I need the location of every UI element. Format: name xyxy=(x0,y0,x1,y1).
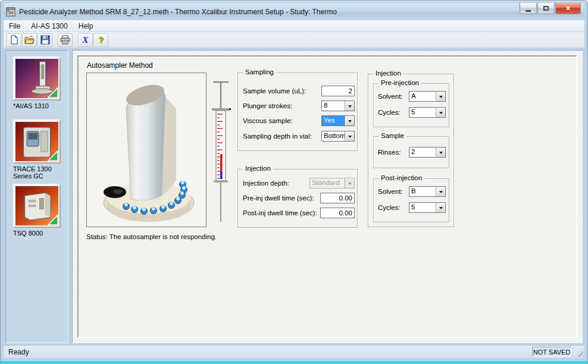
blue-x-icon: X xyxy=(82,35,88,45)
chevron-down-icon[interactable] xyxy=(436,148,445,157)
pre-injection-group: Pre-injection Solvent: A Cycles: 5 xyxy=(373,83,449,127)
content-area: *AI/AS 1310 TRACE 1300 Series GC xyxy=(4,48,584,345)
field-label: Cycles: xyxy=(378,109,401,116)
field-label: Sample volume (uL): xyxy=(243,87,306,95)
menu-file[interactable]: File xyxy=(4,21,26,32)
menu-ai-as-1300[interactable]: AI-AS 1300 xyxy=(26,21,73,32)
chevron-down-icon[interactable] xyxy=(345,116,354,125)
sample-rinse-group: Sample Rinses: 2 xyxy=(373,136,449,168)
delete-button[interactable]: X xyxy=(78,33,93,47)
sidebar-item-ai-as-1310[interactable] xyxy=(13,57,61,101)
printer-icon xyxy=(60,35,70,45)
group-title: Pre-injection xyxy=(379,79,421,86)
post-injection-cycles-select[interactable]: 5 xyxy=(409,202,446,213)
ms-instrument-icon xyxy=(15,186,58,225)
pre-injection-solvent-select[interactable]: A xyxy=(409,91,446,102)
sample-rinses-select[interactable]: 2 xyxy=(409,147,446,158)
save-button[interactable] xyxy=(37,33,52,47)
syringe-fill-indicator xyxy=(209,78,233,224)
field-label: Rinses: xyxy=(378,149,401,156)
injection-depth-select: Standard xyxy=(309,178,355,189)
open-folder-icon xyxy=(24,35,35,45)
method-editor-panel: Autosampler Method xyxy=(72,50,583,343)
sidebar-item-label: *AI/AS 1310 xyxy=(13,102,61,110)
close-button[interactable]: ✕ xyxy=(555,3,581,14)
pre-injection-cycles-select[interactable]: 5 xyxy=(409,107,446,118)
sidebar-item-trace-1300[interactable] xyxy=(13,120,61,164)
pre-inj-dwell-input[interactable] xyxy=(320,193,355,203)
save-state-badge: NOT SAVED xyxy=(532,347,571,357)
application-window: Pesticide Analyzer Method SRM 8_27_12.me… xyxy=(0,0,588,364)
field-label: Solvent: xyxy=(378,188,403,195)
minimize-button[interactable] xyxy=(520,3,537,14)
field-label: Solvent: xyxy=(378,93,403,100)
title-bar[interactable]: Pesticide Analyzer Method SRM 8_27_12.me… xyxy=(4,3,584,20)
menu-bar: File AI-AS 1300 Help xyxy=(4,20,584,32)
field-label: Injection depth: xyxy=(243,180,289,187)
plunger-strokes-select[interactable]: 8 xyxy=(321,101,355,111)
autosampler-instrument-icon xyxy=(15,59,58,98)
viscous-sample-select[interactable]: Yes xyxy=(321,115,355,126)
chevron-down-icon[interactable] xyxy=(436,92,445,101)
post-injection-group: Post-injection Solvent: B Cycles: 5 xyxy=(373,178,449,222)
autosampler-method-page: Autosampler Method xyxy=(77,55,577,338)
sidebar-item-label: TRACE 1300 Series GC xyxy=(13,165,61,180)
open-button[interactable] xyxy=(22,33,37,47)
instrument-sidebar: *AI/AS 1310 TRACE 1300 Series GC xyxy=(5,50,68,343)
autosampler-status-text: Status: The autosampler is not respondin… xyxy=(86,233,217,240)
autosampler-illustration xyxy=(86,73,207,227)
status-message: Ready xyxy=(8,348,29,356)
maximize-icon xyxy=(543,6,549,11)
maximize-button[interactable] xyxy=(537,3,555,14)
sampling-group: Sampling Sample volume (uL): Plunger str… xyxy=(237,73,358,151)
page-title: Autosampler Method xyxy=(87,61,153,70)
resize-grip[interactable] xyxy=(575,349,583,357)
save-floppy-icon xyxy=(40,35,50,45)
print-button[interactable] xyxy=(58,33,73,47)
group-title: Sample xyxy=(379,132,406,139)
chevron-down-icon[interactable] xyxy=(436,187,445,196)
group-title: Injection xyxy=(243,165,273,172)
close-icon: ✕ xyxy=(565,5,571,12)
status-bar: Ready NOT SAVED xyxy=(4,345,584,358)
app-icon xyxy=(6,7,15,17)
field-label: Sampling depth in vial: xyxy=(243,133,312,140)
group-title: Injection xyxy=(373,70,404,77)
chevron-down-icon xyxy=(345,178,354,188)
sampling-depth-select[interactable]: Bottom xyxy=(321,131,355,142)
injection-timing-group: Injection Injection depth: Standard Pre-… xyxy=(237,169,358,228)
new-button[interactable] xyxy=(7,33,21,47)
chevron-down-icon[interactable] xyxy=(436,108,445,117)
chevron-down-icon[interactable] xyxy=(436,203,445,212)
field-label: Plunger strokes: xyxy=(243,102,292,109)
group-title: Sampling xyxy=(243,68,276,76)
post-inj-dwell-input[interactable] xyxy=(320,208,355,218)
window-title: Pesticide Analyzer Method SRM 8_27_12.me… xyxy=(19,8,337,16)
chevron-down-icon[interactable] xyxy=(345,131,354,141)
group-title: Post-injection xyxy=(379,174,424,181)
field-label: Viscous sample: xyxy=(243,117,293,124)
sidebar-item-label: TSQ 8000 xyxy=(13,230,61,237)
sidebar-item-tsq-8000[interactable] xyxy=(13,184,61,228)
menu-help[interactable]: Help xyxy=(73,21,99,32)
post-injection-solvent-select[interactable]: B xyxy=(409,186,446,197)
chevron-down-icon[interactable] xyxy=(345,101,354,111)
new-document-icon xyxy=(10,35,19,45)
help-button[interactable]: ? xyxy=(93,33,108,47)
help-question-icon: ? xyxy=(98,35,104,45)
field-label: Pre-inj dwell time (sec): xyxy=(243,194,314,202)
toolbar: X ? xyxy=(4,32,584,48)
sample-volume-input[interactable] xyxy=(321,86,355,96)
field-label: Post-inj dwell time (sec): xyxy=(243,209,317,216)
injection-rinse-group: Injection Pre-injection Solvent: A Cycle… xyxy=(368,74,454,227)
minimize-icon xyxy=(526,10,531,12)
gc-instrument-icon xyxy=(15,122,58,161)
field-label: Cycles: xyxy=(378,204,401,211)
